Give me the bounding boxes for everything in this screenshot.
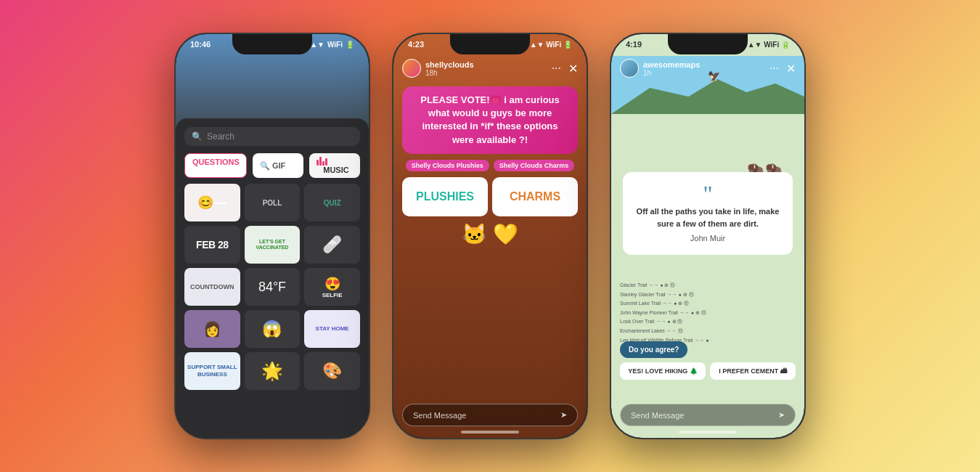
- selfie-sticker[interactable]: 😍 SELFIE: [304, 268, 360, 306]
- poll-buttons-2: PLUSHIES CHARMS: [402, 177, 578, 216]
- quote-box: " Off all the paths you take in life, ma…: [623, 172, 793, 255]
- story-actions-3: ··· ✕: [769, 62, 796, 76]
- send-placeholder-3: Send Message: [631, 411, 684, 420]
- business-sticker[interactable]: SUPPORT SMALL BUSINESS: [184, 352, 240, 390]
- charm-decorations: 🐱 💛: [393, 222, 587, 246]
- home-indicator-3: [679, 431, 737, 434]
- send-bar-2[interactable]: Send Message ➤: [402, 404, 578, 426]
- search-icon: 🔍: [192, 131, 203, 142]
- poll-option-charms[interactable]: CHARMS: [492, 177, 578, 216]
- bandage-sticker[interactable]: 🩹: [304, 226, 360, 264]
- trail-item-1: Glacier Trail →→ ● ⊕ ⑪: [620, 281, 796, 290]
- search-placeholder: Search: [207, 131, 234, 142]
- story-header-3: awesomemaps 1h ··· ✕: [611, 52, 804, 81]
- sticker-tray: 🔍 Search QUESTIONS 🔍 GIF: [176, 118, 369, 438]
- phone-1-screen: 10:46 ▲▼ WiFi 🔋 🔍 Search QUESTIONS: [176, 34, 369, 438]
- quote-text: Off all the paths you take in life, make…: [634, 206, 781, 229]
- phone-2-bg: 4:23 ▲▼ WiFi 🔋 shellyclouds 18h ··· ✕: [393, 34, 587, 438]
- poll-question-2: PLEASE VOTE!💗 i am curious what would u …: [402, 86, 578, 154]
- story-user-3: awesomemaps 1h: [620, 59, 700, 78]
- status-time-1: 10:46: [190, 40, 211, 49]
- more-icon-2[interactable]: ···: [552, 62, 561, 76]
- trail-item-3: Summit Lake Trail →→ ● ⊕ ⑪: [620, 299, 796, 309]
- poll-container-3: Do you agree? YES! LOVE HIKING 🌲 I PREFE…: [620, 341, 796, 380]
- story-user-2: shellyclouds 18h: [402, 59, 474, 78]
- gif-sticker[interactable]: 🔍 GIF: [253, 153, 303, 178]
- story-username-2: shellyclouds: [425, 60, 474, 69]
- poll-question-3: Do you agree?: [620, 341, 687, 358]
- poll-option-plushies[interactable]: PLUSHIES: [402, 177, 488, 216]
- photo-sticker[interactable]: 👩: [184, 310, 240, 348]
- quiz-sticker[interactable]: QUIZ: [304, 184, 360, 221]
- trail-item-2: Stanley Glacier Trail →→ ● ⊕ ⑪: [620, 290, 796, 300]
- story-avatar-2: [402, 59, 421, 78]
- status-bar-3: 4:19 ▲▼ WiFi 🔋: [611, 34, 804, 52]
- poll-buttons-3: YES! LOVE HIKING 🌲 I PREFER CEMENT 🏙: [620, 362, 796, 380]
- poll-labels-2: Shelly Clouds Plushies Shelly Clouds Cha…: [402, 160, 578, 171]
- status-bar-1: 10:46 ▲▼ WiFi 🔋: [176, 34, 369, 52]
- quote-mark: ": [634, 182, 781, 206]
- quote-author: John Muir: [634, 232, 781, 245]
- sticker-row-1: QUESTIONS 🔍 GIF MUSIC: [184, 153, 360, 178]
- status-icons-2: ▲▼ WiFi 🔋: [530, 41, 572, 49]
- story-time-2: 18h: [425, 69, 474, 77]
- emoji-sticker[interactable]: 😊—: [184, 184, 240, 221]
- home-indicator-2: [461, 431, 519, 434]
- send-icon-2[interactable]: ➤: [560, 410, 567, 420]
- status-icons-3: ▲▼ WiFi 🔋: [748, 41, 790, 49]
- status-bar-2: 4:23 ▲▼ WiFi 🔋: [393, 34, 587, 52]
- sticker-grid: 😊— POLL QUIZ FEB 28 LET'S GET VACCINATED: [184, 184, 360, 390]
- temp-sticker[interactable]: 84°F: [245, 268, 301, 306]
- status-time-3: 4:19: [626, 40, 642, 49]
- phone-3: 4:19 ▲▼ WiFi 🔋 awesomemaps 1h ··· ✕: [610, 33, 806, 439]
- trail-list: Glacier Trail →→ ● ⊕ ⑪ Stanley Glacier T…: [620, 281, 796, 345]
- stay-home-sticker[interactable]: STAY HOME: [304, 310, 360, 348]
- send-placeholder-2: Send Message: [413, 411, 466, 420]
- poll-label-1: Shelly Clouds Plushies: [406, 160, 489, 171]
- poll-label-2: Shelly Clouds Charms: [494, 160, 575, 171]
- music-sticker[interactable]: MUSIC: [309, 153, 360, 178]
- status-time-2: 4:23: [408, 40, 424, 49]
- poll-sticker[interactable]: POLL: [245, 184, 301, 221]
- sticker-search[interactable]: 🔍 Search: [184, 127, 360, 146]
- story-avatar-3: [620, 59, 639, 78]
- phone-1: 10:46 ▲▼ WiFi 🔋 🔍 Search QUESTIONS: [174, 33, 370, 439]
- close-icon-3[interactable]: ✕: [786, 62, 796, 76]
- close-icon-2[interactable]: ✕: [568, 62, 578, 76]
- logo-sticker[interactable]: 😱: [245, 310, 301, 348]
- date-sticker[interactable]: FEB 28: [184, 226, 240, 264]
- trail-item-5: Look Over Trail →→ ● ⊕ ⑪: [620, 317, 796, 327]
- sun-sticker[interactable]: 🌟: [245, 352, 301, 390]
- phone-3-bg: 4:19 ▲▼ WiFi 🔋 awesomemaps 1h ··· ✕: [611, 34, 804, 438]
- vaccine-sticker[interactable]: LET'S GET VACCINATED: [245, 226, 301, 264]
- story-username-3: awesomemaps: [643, 60, 700, 69]
- phone-3-screen: 4:19 ▲▼ WiFi 🔋 awesomemaps 1h ··· ✕: [611, 34, 804, 438]
- story-actions-2: ··· ✕: [552, 62, 578, 76]
- poll-option-cement[interactable]: I PREFER CEMENT 🏙: [710, 362, 796, 380]
- send-icon-3[interactable]: ➤: [778, 410, 785, 420]
- art-sticker[interactable]: 🎨: [304, 352, 360, 390]
- phone-1-bg: 10:46 ▲▼ WiFi 🔋 🔍 Search QUESTIONS: [176, 34, 369, 438]
- phone-2: 4:23 ▲▼ WiFi 🔋 shellyclouds 18h ··· ✕: [392, 33, 588, 439]
- more-icon-3[interactable]: ···: [769, 62, 779, 76]
- trail-item-4: John Wayne Pioneer Trail →→ ● ⊕ ⑪: [620, 309, 796, 318]
- status-icons-1: ▲▼ WiFi 🔋: [310, 41, 354, 49]
- countdown-sticker[interactable]: COUNTDOWN: [184, 268, 240, 306]
- send-bar-3[interactable]: Send Message ➤: [620, 404, 796, 426]
- story-time-3: 1h: [643, 69, 700, 77]
- phone-2-screen: 4:23 ▲▼ WiFi 🔋 shellyclouds 18h ··· ✕: [393, 34, 587, 438]
- story-header-2: shellyclouds 18h ··· ✕: [393, 52, 587, 81]
- questions-sticker[interactable]: QUESTIONS: [184, 153, 247, 178]
- trail-item-6: Enchantment Lakes →→ ⑪: [620, 327, 796, 336]
- poll-option-hiking[interactable]: YES! LOVE HIKING 🌲: [620, 362, 706, 380]
